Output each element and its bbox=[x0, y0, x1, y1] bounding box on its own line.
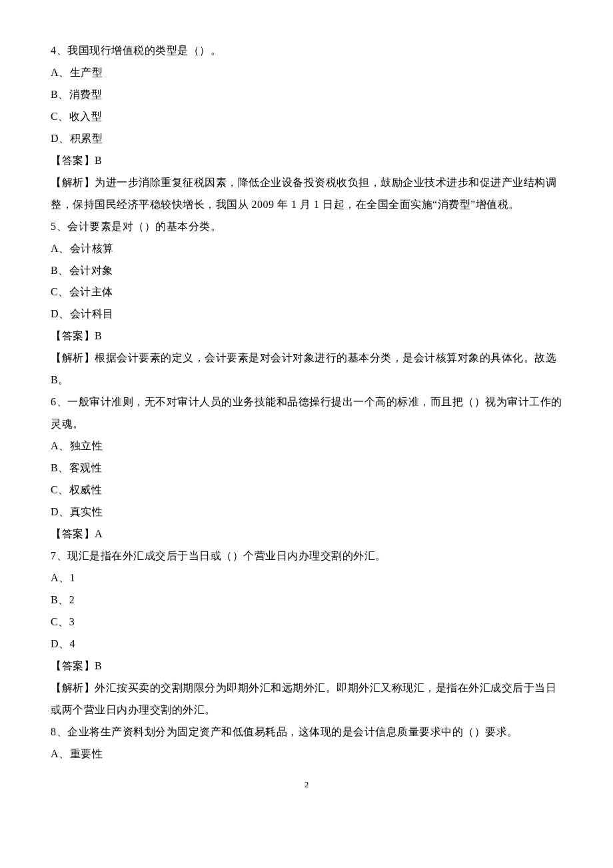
option-d: D、4 bbox=[51, 633, 562, 655]
question-stem: 8、企业将生产资料划分为固定资产和低值易耗品，这体现的是会计信息质量要求中的（）… bbox=[51, 721, 562, 743]
option-b: B、2 bbox=[51, 589, 562, 611]
explain-line: 【解析】为进一步消除重复征税因素，降低企业设备投资税收负担，鼓励企业技术进步和促… bbox=[51, 172, 562, 216]
question-stem: 6、一般审计准则，无不对审计人员的业务技能和品德操行提出一个高的标准，而且把（）… bbox=[51, 391, 562, 435]
option-c: C、3 bbox=[51, 611, 562, 633]
question-stem: 5、会计要素是对（）的基本分类。 bbox=[51, 216, 562, 238]
option-d: D、会计科目 bbox=[51, 303, 562, 325]
answer-line: 【答案】B bbox=[51, 150, 562, 172]
option-c: C、收入型 bbox=[51, 106, 562, 128]
option-a: A、独立性 bbox=[51, 435, 562, 457]
page-number: 2 bbox=[51, 779, 562, 790]
option-b: B、客观性 bbox=[51, 457, 562, 479]
option-d: D、真实性 bbox=[51, 501, 562, 523]
option-a: A、生产型 bbox=[51, 62, 562, 84]
answer-line: 【答案】B bbox=[51, 325, 562, 347]
option-b: B、会计对象 bbox=[51, 260, 562, 282]
option-b: B、消费型 bbox=[51, 84, 562, 106]
explain-line: 【解析】根据会计要素的定义，会计要素是对会计对象进行的基本分类，是会计核算对象的… bbox=[51, 347, 562, 391]
answer-line: 【答案】B bbox=[51, 655, 562, 677]
option-c: C、权威性 bbox=[51, 479, 562, 501]
answer-line: 【答案】A bbox=[51, 523, 562, 545]
explain-line: 【解析】外汇按买卖的交割期限分为即期外汇和远期外汇。即期外汇又称现汇，是指在外汇… bbox=[51, 677, 562, 721]
option-d: D、积累型 bbox=[51, 128, 562, 150]
question-stem: 4、我国现行增值税的类型是（）。 bbox=[51, 40, 562, 62]
option-c: C、会计主体 bbox=[51, 281, 562, 303]
option-a: A、重要性 bbox=[51, 743, 562, 765]
question-stem: 7、现汇是指在外汇成交后于当日或（）个营业日内办理交割的外汇。 bbox=[51, 545, 562, 567]
option-a: A、1 bbox=[51, 567, 562, 589]
option-a: A、会计核算 bbox=[51, 238, 562, 260]
document-page: 4、我国现行增值税的类型是（）。 A、生产型 B、消费型 C、收入型 D、积累型… bbox=[0, 0, 613, 817]
